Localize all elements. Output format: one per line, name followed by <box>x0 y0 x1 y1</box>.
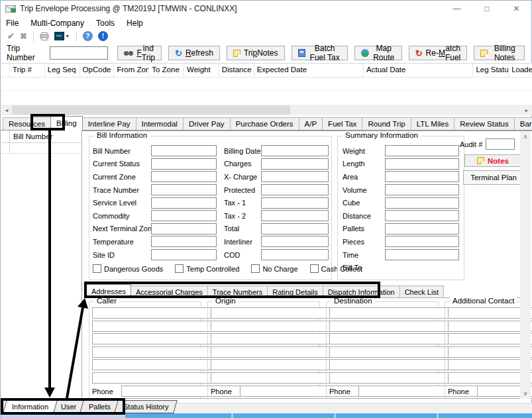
bill-number-input[interactable] <box>151 145 217 156</box>
find-trip-button[interactable]: Find Trip <box>117 46 162 60</box>
interliner-input[interactable] <box>261 236 329 247</box>
volume-input[interactable] <box>385 184 459 195</box>
col-actual-date[interactable]: Actual Date <box>364 64 473 77</box>
site-id-input[interactable] <box>151 249 217 260</box>
subtab-addresses[interactable]: Addresses <box>86 284 131 298</box>
weight-input[interactable] <box>385 145 459 156</box>
pieces-input[interactable] <box>385 236 459 247</box>
length-input[interactable] <box>385 158 459 170</box>
scroll-down-icon[interactable]: ∨ <box>520 388 531 399</box>
vertical-scrollbar[interactable]: ∧ ∨ <box>520 131 531 399</box>
scroll-up-icon[interactable]: ∧ <box>520 131 531 142</box>
tab-intermodal[interactable]: Intermodal <box>136 117 184 131</box>
tab-fuel-tax[interactable]: Fuel Tax <box>322 117 362 131</box>
info-icon[interactable]: ! <box>98 31 108 41</box>
col-to-zone[interactable]: To Zone <box>149 64 184 77</box>
trip-number-input[interactable] <box>50 46 108 60</box>
address-line-input[interactable] <box>211 333 332 344</box>
scroll-right-icon[interactable]: ► <box>521 105 532 115</box>
current-status-input[interactable] <box>151 158 217 170</box>
protected-input[interactable] <box>261 184 329 195</box>
menu-multi-company[interactable]: Multi-Company <box>30 17 90 29</box>
tab-billing[interactable]: Billing <box>50 116 83 131</box>
tab-round-trip[interactable]: Round Trip <box>362 117 411 131</box>
postal-code-input[interactable] <box>92 372 213 384</box>
cube-input[interactable] <box>385 197 459 209</box>
postal-code-input[interactable] <box>329 372 451 384</box>
subtab-check-list[interactable]: Check List <box>399 286 444 298</box>
batch-fuel-tax-button[interactable]: Batch Fuel Tax <box>292 46 348 60</box>
col-trip[interactable]: Trip # <box>10 64 45 77</box>
col-leg-status[interactable]: Leg Status <box>473 64 509 77</box>
notes-button[interactable]: Notes <box>464 154 521 167</box>
address-line-input[interactable] <box>92 333 213 344</box>
scroll-left-icon[interactable]: ◄ <box>1 105 12 115</box>
postal-code-input[interactable] <box>448 372 532 384</box>
refresh-button[interactable]: ↻ Refresh <box>168 46 220 60</box>
time-input[interactable] <box>385 249 459 260</box>
commodity-input[interactable] <box>151 210 217 221</box>
address-line-input[interactable] <box>92 321 213 332</box>
col-loaded[interactable]: Loaded <box>509 64 532 77</box>
address-line-input[interactable] <box>92 346 213 358</box>
col-expected-date[interactable]: Expected Date <box>254 64 364 77</box>
col-opcode[interactable]: OpCode <box>80 64 115 77</box>
menu-tools[interactable]: Tools <box>96 17 121 29</box>
bottom-tab-information[interactable]: Information <box>3 400 58 413</box>
dangerous-goods-checkbox[interactable] <box>93 264 101 273</box>
address-line-input[interactable] <box>448 307 532 319</box>
accept-icon[interactable]: ✔ <box>7 31 15 41</box>
address-line-input[interactable] <box>92 307 213 319</box>
tab-purchase-orders[interactable]: Purchase Orders <box>230 117 299 131</box>
bottom-tab-status-history[interactable]: Status History <box>114 400 178 413</box>
address-line-input[interactable] <box>329 333 451 344</box>
distance-input[interactable] <box>385 210 459 221</box>
close-icon[interactable]: ✕ <box>502 1 531 17</box>
address-line-input[interactable] <box>448 321 532 332</box>
trip-notes-button[interactable]: Trip Notes <box>227 46 285 60</box>
terminal-plan-button[interactable]: Terminal Plan <box>463 170 524 185</box>
city-input[interactable] <box>448 359 532 370</box>
city-input[interactable] <box>211 359 332 370</box>
tax-2-input[interactable] <box>261 210 329 221</box>
maximize-icon[interactable]: □ <box>472 1 502 17</box>
tab-interline-pay[interactable]: Interline Pay <box>82 117 136 131</box>
trace-number-input[interactable] <box>151 184 217 195</box>
postal-code-input[interactable] <box>211 372 332 384</box>
address-line-input[interactable] <box>329 321 451 332</box>
tab-barcode-items[interactable]: Barcode Items <box>514 117 532 131</box>
bill-number-column-header[interactable]: Bill Number <box>10 131 52 142</box>
subtab-rating-details[interactable]: Rating Details <box>267 286 323 298</box>
tax-1-input[interactable] <box>261 197 329 209</box>
current-zone-input[interactable] <box>151 171 217 182</box>
horizontal-scroll-thumb[interactable] <box>12 105 290 115</box>
address-line-input[interactable] <box>211 321 332 332</box>
address-line-input[interactable] <box>329 346 451 358</box>
address-line-input[interactable] <box>211 346 332 358</box>
menu-help[interactable]: Help <box>127 17 149 29</box>
subtab-accessorial-charges[interactable]: Accessorial Charges <box>131 286 208 298</box>
tab-driver-pay[interactable]: Driver Pay <box>183 117 231 131</box>
menu-file[interactable]: File <box>6 17 25 29</box>
pallets-input[interactable] <box>385 223 459 235</box>
no-charge-checkbox[interactable] <box>251 264 260 273</box>
cancel-icon[interactable]: ✖ <box>20 31 27 41</box>
terminal-icon[interactable] <box>54 32 64 40</box>
tab-ap[interactable]: A/P <box>299 117 323 131</box>
col-weight[interactable]: Weight <box>184 64 219 77</box>
area-input[interactable] <box>385 171 459 182</box>
toolbar-dropdown-icon[interactable]: ▾ <box>66 33 69 39</box>
help-icon[interactable]: ? <box>83 31 93 41</box>
address-line-input[interactable] <box>448 333 532 344</box>
minimize-icon[interactable]: — <box>442 1 472 17</box>
total-input[interactable] <box>261 223 329 235</box>
x-charge-input[interactable] <box>261 171 329 182</box>
cash-collect-checkbox[interactable] <box>310 264 319 273</box>
print-icon[interactable] <box>40 32 49 40</box>
temp-controlled-checkbox[interactable] <box>175 264 184 273</box>
tab-review-status[interactable]: Review Status <box>454 117 515 131</box>
map-route-button[interactable]: Map Route <box>354 46 402 60</box>
charges-input[interactable] <box>261 158 329 170</box>
col-from-zone[interactable]: From Zone <box>114 64 149 77</box>
empty-bill-row[interactable] <box>1 143 81 154</box>
